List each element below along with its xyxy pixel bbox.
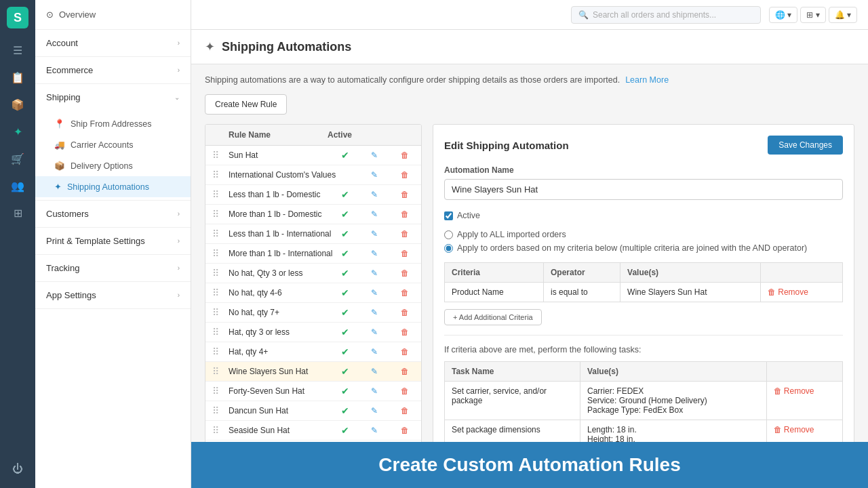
ecommerce-icon[interactable]: 🛒	[5, 146, 30, 171]
sidebar-app-settings-header[interactable]: App Settings ›	[35, 282, 191, 308]
delete-icon[interactable]: 🗑	[401, 347, 414, 357]
edit-icon[interactable]: ✎	[371, 249, 398, 258]
edit-icon[interactable]: ✎	[371, 426, 398, 435]
main-area: 🔍 Search all orders and shipments... 🌐 ▾…	[191, 0, 868, 488]
sidebar-item-ship-from[interactable]: 📍 Ship From Addresses	[35, 113, 191, 134]
sidebar-shipping-header[interactable]: Shipping ⌄	[35, 84, 191, 110]
orders-icon[interactable]: 📋	[5, 65, 30, 89]
table-row[interactable]: ⠿ Wine Slayers Sun Hat ✔ ✎ 🗑	[205, 362, 421, 382]
edit-icon[interactable]: ✎	[371, 288, 398, 298]
edit-icon[interactable]: ✎	[371, 406, 398, 415]
delete-icon[interactable]: 🗑	[401, 170, 414, 180]
sidebar-tracking-header[interactable]: Tracking ›	[35, 255, 191, 281]
table-row[interactable]: ⠿ International Custom's Values ✎ 🗑	[205, 165, 421, 185]
remove-criteria-link[interactable]: 🗑 Remove	[768, 287, 835, 297]
delete-icon[interactable]: 🗑	[401, 150, 414, 160]
active-checkbox[interactable]	[444, 211, 453, 220]
table-row[interactable]: ⠿ More than 1 lb - International ✔ ✎ 🗑	[205, 244, 421, 264]
table-row[interactable]: ⠿ Less than 1 lb - International ✔ ✎ 🗑	[205, 224, 421, 244]
sidebar-item-delivery-options[interactable]: 📦 Delivery Options	[35, 155, 191, 176]
remove-task-link[interactable]: 🗑 Remove	[774, 425, 836, 434]
create-new-rule-button[interactable]: Create New Rule	[205, 94, 287, 115]
radio-criteria-orders[interactable]: Apply to orders based on my criteria bel…	[444, 243, 843, 253]
edit-icon[interactable]: ✎	[371, 367, 398, 376]
delete-icon[interactable]: 🗑	[401, 288, 414, 298]
delete-icon[interactable]: 🗑	[401, 406, 414, 415]
overview-icon: ⊙	[46, 9, 54, 20]
table-row[interactable]: ⠿ No hat, Qty 3 or less ✔ ✎ 🗑	[205, 264, 421, 283]
active-col: Active	[328, 130, 368, 140]
sidebar-item-shipping-automations[interactable]: ✦ Shipping Automations	[35, 176, 191, 197]
table-row[interactable]: ⠿ Hat, qty 4+ ✔ ✎ 🗑	[205, 342, 421, 362]
packages-icon[interactable]: 📦	[5, 92, 30, 117]
delete-icon[interactable]: 🗑	[401, 327, 414, 337]
bell-button[interactable]: 🔔 ▾	[829, 7, 857, 23]
edit-icon[interactable]: ✎	[371, 209, 398, 219]
customers-icon[interactable]: 👥	[5, 174, 30, 198]
edit-icon[interactable]: ✎	[371, 268, 398, 278]
app-logo[interactable]: S	[7, 7, 28, 28]
remove-task-link[interactable]: 🗑 Remove	[774, 386, 836, 396]
drag-handle-icon: ⠿	[212, 386, 226, 396]
bottom-banner-text: Create Custom Automation Rules	[378, 454, 680, 475]
learn-more-link[interactable]: Learn More	[625, 75, 669, 85]
radio-all-orders[interactable]: Apply to ALL imported orders	[444, 230, 843, 239]
rule-name: Hat, qty 3 or less	[229, 327, 338, 337]
shipping-icon[interactable]: ✦	[5, 119, 30, 144]
delete-icon[interactable]: 🗑	[401, 229, 414, 239]
search-icon: 🔍	[578, 10, 589, 20]
table-row[interactable]: ⠿ Sun Hat ✔ ✎ 🗑	[205, 146, 421, 165]
sidebar-customers-header[interactable]: Customers ›	[35, 201, 191, 227]
edit-panel: Edit Shipping Automation Save Changes Au…	[433, 124, 854, 442]
edit-icon[interactable]: ✎	[371, 386, 398, 396]
delete-icon[interactable]: 🗑	[401, 268, 414, 278]
grid-button[interactable]: ⊞ ▾	[800, 7, 825, 23]
edit-icon[interactable]: ✎	[371, 347, 398, 357]
page-title: Shipping Automations	[222, 40, 351, 54]
table-row[interactable]: ⠿ No hat, qty 4-6 ✔ ✎ 🗑	[205, 283, 421, 303]
globe-button[interactable]: 🌐 ▾	[769, 7, 797, 23]
delete-icon[interactable]: 🗑	[401, 386, 414, 396]
task-row: Set carrier, service, and/or package Car…	[445, 382, 843, 420]
delete-icon[interactable]: 🗑	[401, 249, 414, 258]
operator-col-header: Operator	[543, 263, 620, 283]
edit-icon[interactable]: ✎	[371, 190, 398, 199]
delete-icon[interactable]: 🗑	[401, 308, 414, 317]
active-check-icon: ✔	[341, 287, 368, 298]
add-criteria-button[interactable]: + Add Additional Criteria	[444, 309, 542, 325]
delete-icon[interactable]: 🗑	[401, 367, 414, 376]
delete-icon[interactable]: 🗑	[401, 190, 414, 199]
table-row[interactable]: ⠿ Seaside Sun Hat ✔ ✎ 🗑	[205, 421, 421, 441]
table-row[interactable]: ⠿ Dancun Sun Hat ✔ ✎ 🗑	[205, 401, 421, 421]
save-changes-button[interactable]: Save Changes	[768, 136, 843, 155]
table-row[interactable]: ⠿ Hat, qty 3 or less ✔ ✎ 🗑	[205, 323, 421, 342]
edit-icon[interactable]: ✎	[371, 170, 398, 180]
table-row[interactable]: ⠿ No hat, qty 7+ ✔ ✎ 🗑	[205, 303, 421, 323]
tracking-label: Tracking	[46, 263, 79, 273]
edit-icon[interactable]: ✎	[371, 327, 398, 337]
delete-icon[interactable]: 🗑	[401, 209, 414, 219]
automation-icon: ✦	[54, 182, 62, 192]
delete-icon[interactable]: 🗑	[401, 426, 414, 435]
sidebar-ecommerce-header[interactable]: Ecommerce ›	[35, 57, 191, 83]
more-icon[interactable]: ⊞	[5, 201, 30, 225]
power-icon[interactable]: ⏻	[5, 457, 30, 481]
table-row[interactable]: ⠿ Less than 1 lb - Domestic ✔ ✎ 🗑	[205, 185, 421, 205]
edit-icon[interactable]: ✎	[371, 150, 398, 160]
table-row[interactable]: ⠿ Forty-Seven Sun Hat ✔ ✎ 🗑	[205, 382, 421, 401]
search-box[interactable]: 🔍 Search all orders and shipments...	[571, 6, 761, 24]
drag-handle-icon: ⠿	[212, 405, 226, 416]
sidebar-print-header[interactable]: Print & Template Settings ›	[35, 228, 191, 254]
automation-name-input[interactable]	[444, 179, 843, 200]
edit-icon[interactable]: ✎	[371, 229, 398, 239]
values-cell: Wine Slayers Sun Hat	[620, 283, 761, 302]
edit-icon[interactable]: ✎	[371, 308, 398, 317]
rule-name: Forty-Seven Sun Hat	[229, 386, 338, 396]
hamburger-icon[interactable]: ☰	[5, 38, 30, 62]
sidebar-item-carrier-accounts[interactable]: 🚚 Carrier Accounts	[35, 134, 191, 155]
active-check-icon: ✔	[341, 189, 368, 200]
sidebar-account-header[interactable]: Account ›	[35, 30, 191, 56]
task-name-cell: Set carrier, service, and/or package	[445, 382, 580, 420]
table-row[interactable]: ⠿ More than 1 lb - Domestic ✔ ✎ 🗑	[205, 205, 421, 224]
sidebar-overview[interactable]: ⊙ Overview	[35, 0, 191, 30]
